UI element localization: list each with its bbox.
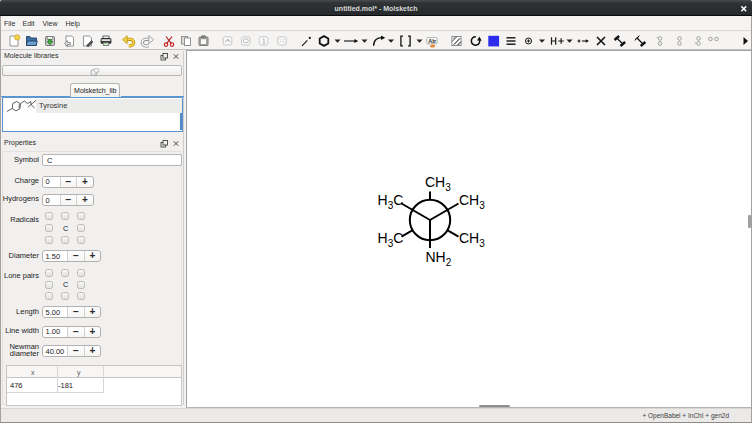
svg-text:CH3: CH3 [425,174,451,193]
svg-text:H3C: H3C [378,192,404,211]
svg-text:H3C: H3C [378,230,404,249]
svg-text:CH3: CH3 [459,192,485,211]
svg-text:CH3: CH3 [459,230,485,249]
svg-text:Ab: Ab [428,38,436,44]
svg-text:NH2: NH2 [426,249,452,268]
